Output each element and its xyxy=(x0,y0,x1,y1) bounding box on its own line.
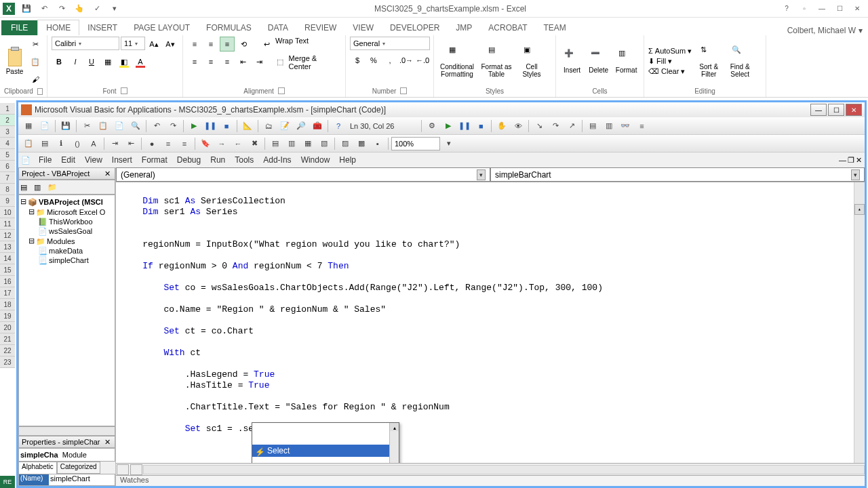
indent-icon[interactable]: ⇥ xyxy=(107,136,122,151)
menu-view[interactable]: View xyxy=(81,154,106,166)
tab-review[interactable]: REVIEW xyxy=(296,20,344,35)
row-header[interactable]: 23 xyxy=(0,357,15,368)
help-icon[interactable]: ? xyxy=(331,119,346,134)
menu-debug[interactable]: Debug xyxy=(173,154,205,166)
tab-page-layout[interactable]: PAGE LAYOUT xyxy=(125,20,198,35)
row-header[interactable]: 14 xyxy=(0,253,15,264)
row-header[interactable]: 22 xyxy=(0,345,15,357)
step-out-icon[interactable]: ↗ xyxy=(564,119,579,134)
menu-tools[interactable]: Tools xyxy=(231,154,258,166)
outdent-icon[interactable]: ⇤ xyxy=(123,136,138,151)
menu-run[interactable]: Run xyxy=(206,154,229,166)
paste-button[interactable]: Paste xyxy=(4,39,25,84)
row-header[interactable]: 6 xyxy=(0,161,15,172)
redo-icon[interactable]: ↷ xyxy=(54,1,69,16)
stop-icon[interactable]: ■ xyxy=(473,119,488,134)
save-icon[interactable]: 💾 xyxy=(58,119,73,134)
tb-btn-icon[interactable]: ▥ xyxy=(284,136,299,151)
increase-decimal-icon[interactable]: .0→ xyxy=(399,53,414,68)
code-hscrollbar[interactable] xyxy=(143,465,865,474)
properties-grid[interactable]: (Name) simpleChart xyxy=(18,474,115,486)
orientation-icon[interactable]: ⟲ xyxy=(236,37,251,52)
italic-icon[interactable]: I xyxy=(68,54,83,69)
tab-jmp[interactable]: JMP xyxy=(448,20,480,35)
tab-formulas[interactable]: FORMULAS xyxy=(198,20,260,35)
clear-button[interactable]: ⌫ Clear ▾ xyxy=(648,67,692,76)
tree-hscroll[interactable] xyxy=(18,426,115,436)
row-header[interactable]: 12 xyxy=(0,230,15,241)
code-scope-combo[interactable]: (General) xyxy=(116,167,490,182)
list-constants-icon[interactable]: ▤ xyxy=(37,136,52,151)
scroll-up-icon[interactable]: ▴ xyxy=(854,204,865,215)
shrink-font-icon[interactable]: A▾ xyxy=(163,37,178,52)
properties-panel-close-icon[interactable]: ✕ xyxy=(102,438,112,447)
row-header[interactable]: 4 xyxy=(0,138,15,149)
row-header[interactable]: 3 xyxy=(0,126,15,138)
break-icon[interactable]: ❚❚ xyxy=(203,119,218,134)
tb-btn-icon[interactable]: ▤ xyxy=(268,136,283,151)
touch-mode-icon[interactable]: 👆 xyxy=(72,1,87,16)
row-header[interactable]: 2 xyxy=(0,115,15,126)
tb-btn-icon[interactable]: ▩ xyxy=(354,136,369,151)
row-header[interactable]: 13 xyxy=(0,241,15,253)
cell-styles-button[interactable]: ▣Cell Styles xyxy=(517,39,547,84)
menu-file[interactable]: File xyxy=(35,154,56,166)
row-header[interactable]: 7 xyxy=(0,172,15,184)
prop-name-value[interactable]: simpleChart xyxy=(49,474,115,485)
row-header[interactable]: 19 xyxy=(0,310,15,322)
call-stack-icon[interactable]: ≡ xyxy=(634,119,649,134)
format-as-table-button[interactable]: ▤Format as Table xyxy=(479,39,514,84)
procedure-view-icon[interactable] xyxy=(117,464,129,475)
vba-close-icon[interactable]: ✕ xyxy=(846,104,862,116)
row-header[interactable]: 21 xyxy=(0,333,15,345)
tab-developer[interactable]: DEVELOPER xyxy=(382,20,448,35)
fill-button[interactable]: ⬇ Fill ▾ xyxy=(648,57,692,66)
decrease-decimal-icon[interactable]: ←.0 xyxy=(415,53,430,68)
help-icon[interactable]: ? xyxy=(778,3,795,15)
watch-icon[interactable]: 👓 xyxy=(618,119,633,134)
row-header[interactable]: 8 xyxy=(0,184,15,195)
user-name[interactable]: Colbert, Michael W ▾ xyxy=(787,26,863,35)
comma-icon[interactable]: , xyxy=(382,53,397,68)
tab-view[interactable]: VIEW xyxy=(344,20,382,35)
increase-indent-icon[interactable]: ⇥ xyxy=(252,54,267,69)
currency-icon[interactable]: $ xyxy=(350,53,365,68)
align-middle-icon[interactable]: ≡ xyxy=(203,37,218,52)
zoom-dropdown-icon[interactable]: ▾ xyxy=(441,136,456,151)
tab-home[interactable]: HOME xyxy=(37,20,79,35)
grow-font-icon[interactable]: A▴ xyxy=(146,37,161,52)
align-center-icon[interactable]: ≡ xyxy=(203,54,218,69)
cut-icon[interactable]: ✂ xyxy=(28,37,43,52)
immediate-icon[interactable]: ▥ xyxy=(601,119,616,134)
wrap-text-label[interactable]: Wrap Text xyxy=(275,37,309,52)
decrease-indent-icon[interactable]: ⇤ xyxy=(236,54,251,69)
tb-btn-icon[interactable]: ▨ xyxy=(338,136,353,151)
ribbon-collapse-icon[interactable]: ▫ xyxy=(796,3,812,15)
clipboard-launcher-icon[interactable] xyxy=(37,88,43,95)
fill-color-icon[interactable]: ◧ xyxy=(117,54,132,69)
row-header[interactable]: 9 xyxy=(0,195,15,207)
toggle-folders-icon[interactable]: 📁 xyxy=(47,183,60,192)
props-tab-alphabetic[interactable]: Alphabetic xyxy=(18,462,57,474)
file-tab[interactable]: FILE xyxy=(1,20,37,35)
prev-bookmark-icon[interactable]: ← xyxy=(231,136,245,151)
row-header[interactable]: 18 xyxy=(0,299,15,310)
copy-icon[interactable]: 📋 xyxy=(28,54,43,69)
menu-window[interactable]: Window xyxy=(297,154,334,166)
step-over-icon[interactable]: ↷ xyxy=(548,119,563,134)
clear-bookmarks-icon[interactable]: ✖ xyxy=(247,136,262,151)
bookmark-icon[interactable]: 🔖 xyxy=(198,136,213,151)
conditional-formatting-button[interactable]: ▦Conditional Formatting xyxy=(438,39,476,84)
project-explorer-icon[interactable]: 🗂 xyxy=(261,119,276,134)
project-tree[interactable]: ⊟📦VBAProject (MSCI ⊟📁Microsoft Excel O 📗… xyxy=(18,195,115,426)
tb-btn-icon[interactable]: ▧ xyxy=(317,136,332,151)
run-icon[interactable]: ▶ xyxy=(186,119,201,134)
minimize-icon[interactable]: — xyxy=(814,3,830,15)
reset-icon[interactable]: ■ xyxy=(219,119,234,134)
intellisense-popup[interactable]: ⚡Select ⚡SeriesCollection ✋SeriesNameLev… xyxy=(252,422,399,463)
sort-filter-button[interactable]: ⇅Sort & Filter xyxy=(694,39,723,84)
view-code-icon[interactable]: ▤ xyxy=(20,183,33,192)
menu-help[interactable]: Help xyxy=(335,154,360,166)
redo-icon[interactable]: ↷ xyxy=(165,119,180,134)
insert-cells-button[interactable]: ➕Insert xyxy=(560,39,584,84)
